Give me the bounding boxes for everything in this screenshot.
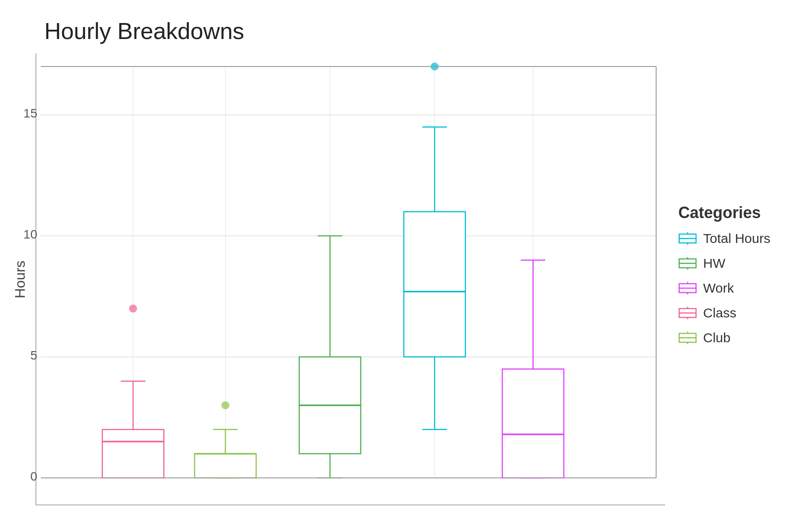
plot-area: 051015 [35, 53, 665, 505]
chart-body: Hours 051015 Categories Total Hours HW [9, 53, 789, 505]
legend-label-hw: HW [703, 256, 725, 271]
svg-point-26 [221, 401, 229, 409]
legend-icon-work [678, 282, 697, 294]
legend-item-work: Work [678, 281, 776, 296]
legend-icon-club [678, 332, 697, 344]
legend-items: Total Hours HW Work Class [678, 231, 776, 355]
svg-text:15: 15 [23, 106, 37, 120]
svg-rect-37 [404, 212, 466, 357]
legend-label-total_hours: Total Hours [703, 231, 771, 246]
legend-label-work: Work [703, 281, 734, 296]
svg-rect-44 [502, 369, 564, 478]
svg-text:0: 0 [30, 469, 37, 483]
svg-rect-24 [195, 454, 256, 478]
legend-label-class: Class [703, 305, 736, 321]
svg-text:5: 5 [30, 348, 37, 362]
legend-item-class: Class [678, 305, 776, 321]
legend-icon-class [678, 307, 697, 319]
legend-item-hw: HW [678, 256, 776, 271]
legend-title: Categories [678, 203, 776, 222]
legend: Categories Total Hours HW Work [665, 53, 789, 505]
svg-text:10: 10 [23, 227, 37, 241]
svg-point-19 [129, 305, 137, 313]
svg-rect-17 [102, 430, 164, 478]
legend-item-club: Club [678, 330, 776, 345]
chart-container: Hourly Breakdowns Hours 051015 Categorie… [0, 0, 798, 532]
y-axis-label: Hours [9, 53, 31, 505]
chart-title: Hourly Breakdowns [44, 18, 789, 44]
legend-label-club: Club [703, 330, 731, 345]
legend-item-total_hours: Total Hours [678, 231, 776, 246]
legend-icon-hw [678, 257, 697, 270]
legend-icon-total_hours [678, 232, 697, 245]
